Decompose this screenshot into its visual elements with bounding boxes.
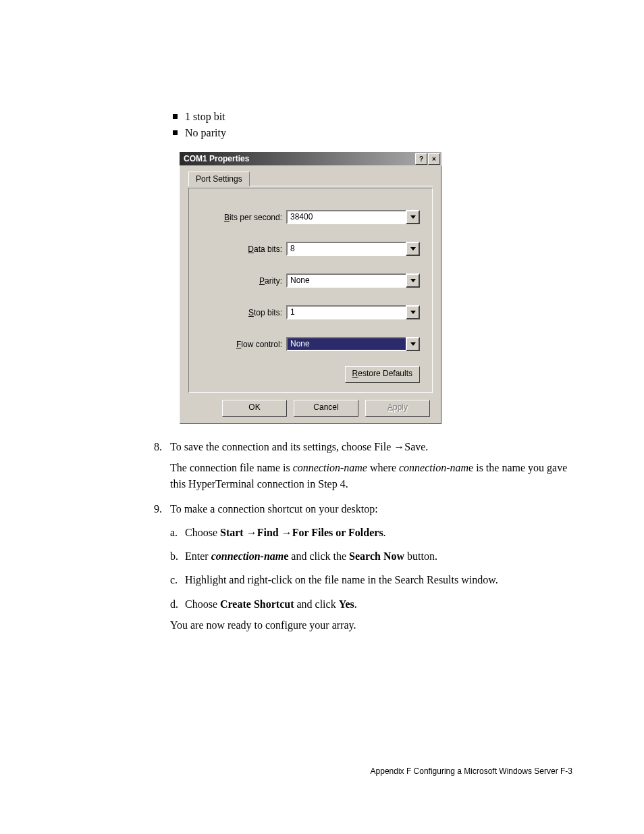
tabstrip: Port Settings bbox=[188, 172, 433, 186]
combo-data-bits[interactable]: 8 bbox=[286, 242, 420, 256]
substep-a: a. Choose Start →Find →For Files or Fold… bbox=[170, 525, 572, 540]
bullet-text: 1 stop bit bbox=[185, 111, 225, 122]
restore-defaults-button[interactable]: Restore Defaults bbox=[345, 366, 420, 383]
combo-value: 38400 bbox=[286, 210, 406, 224]
row-flow-control: Flow control: None bbox=[201, 337, 420, 351]
step-8: 8. To save the connection and its settin… bbox=[154, 439, 572, 492]
substep-c: c. Highlight and right-click on the file… bbox=[170, 572, 572, 588]
close-button[interactable]: × bbox=[428, 153, 440, 165]
combo-value: None bbox=[286, 273, 406, 288]
chevron-down-icon bbox=[410, 279, 416, 282]
chevron-down-icon bbox=[410, 247, 416, 251]
label-stop-bits: Stop bits: bbox=[201, 308, 286, 317]
dialog-titlebar[interactable]: COM1 Properties ? × bbox=[180, 152, 441, 165]
dialog-footer: OK Cancel Apply bbox=[188, 393, 433, 417]
chevron-down-icon bbox=[410, 342, 416, 346]
bullet-item: 1 stop bit bbox=[185, 109, 572, 124]
substep-letter: a. bbox=[170, 525, 178, 540]
substep-letter: d. bbox=[170, 596, 178, 612]
label-bits-per-second: Bits per second: bbox=[201, 213, 286, 222]
step-text: To make a connection shortcut on your de… bbox=[170, 503, 378, 515]
ok-button[interactable]: OK bbox=[222, 400, 287, 417]
chevron-down-icon bbox=[410, 215, 416, 219]
cancel-button[interactable]: Cancel bbox=[294, 400, 358, 417]
tab-port-settings[interactable]: Port Settings bbox=[188, 172, 250, 186]
substep-d: d. Choose Create Shortcut and click Yes. bbox=[170, 596, 572, 612]
label-data-bits: Data bits: bbox=[201, 244, 286, 254]
combo-value: None bbox=[286, 337, 406, 351]
combo-value: 8 bbox=[286, 242, 406, 256]
combo-bits-per-second[interactable]: 38400 bbox=[286, 210, 420, 224]
dropdown-button[interactable] bbox=[406, 337, 420, 351]
combo-stop-bits[interactable]: 1 bbox=[286, 305, 420, 319]
step-paragraph: The connection file name is connection-n… bbox=[170, 460, 572, 491]
chevron-down-icon bbox=[410, 311, 416, 314]
row-stop-bits: Stop bits: 1 bbox=[201, 305, 420, 319]
combo-value: 1 bbox=[286, 305, 406, 319]
step-number: 9. bbox=[154, 501, 162, 517]
row-parity: Parity: None bbox=[201, 273, 420, 288]
substep-b: b. Enter connection-name and click the S… bbox=[170, 548, 572, 564]
row-data-bits: Data bits: 8 bbox=[201, 242, 420, 256]
page-footer: Appendix F Configuring a Microsoft Windo… bbox=[371, 766, 572, 776]
dialog-body: Port Settings Bits per second: 38400 Dat… bbox=[180, 165, 441, 424]
dropdown-button[interactable] bbox=[406, 273, 420, 288]
help-button[interactable]: ? bbox=[415, 153, 427, 165]
dropdown-button[interactable] bbox=[406, 242, 420, 256]
combo-parity[interactable]: None bbox=[286, 273, 420, 288]
bullet-item: No parity bbox=[185, 126, 572, 140]
combo-flow-control[interactable]: None bbox=[286, 337, 420, 351]
substep-letter: b. bbox=[170, 548, 178, 564]
close-icon: × bbox=[432, 155, 436, 163]
apply-button[interactable]: Apply bbox=[365, 400, 430, 417]
bullet-text: No parity bbox=[185, 127, 226, 138]
dropdown-button[interactable] bbox=[406, 210, 420, 224]
dropdown-button[interactable] bbox=[406, 305, 420, 319]
dialog-content-panel: Bits per second: 38400 Data bits: 8 Pari… bbox=[188, 188, 433, 393]
settings-bullet-list: 1 stop bit No parity bbox=[154, 109, 572, 140]
step-9: 9. To make a connection shortcut on your… bbox=[154, 501, 572, 633]
instruction-steps: 8. To save the connection and its settin… bbox=[154, 439, 572, 633]
dialog-title: COM1 Properties bbox=[184, 154, 249, 163]
label-flow-control: Flow control: bbox=[201, 340, 286, 349]
label-parity: Parity: bbox=[201, 276, 286, 286]
step-number: 8. bbox=[154, 439, 162, 454]
step-paragraph: You are now ready to configure your arra… bbox=[170, 617, 572, 633]
com1-properties-dialog: COM1 Properties ? × Port Settings Bits p… bbox=[180, 152, 441, 424]
step-text: To save the connection and its settings,… bbox=[170, 441, 428, 452]
row-bits-per-second: Bits per second: 38400 bbox=[201, 210, 420, 224]
substep-letter: c. bbox=[170, 572, 178, 588]
help-icon: ? bbox=[419, 155, 423, 163]
